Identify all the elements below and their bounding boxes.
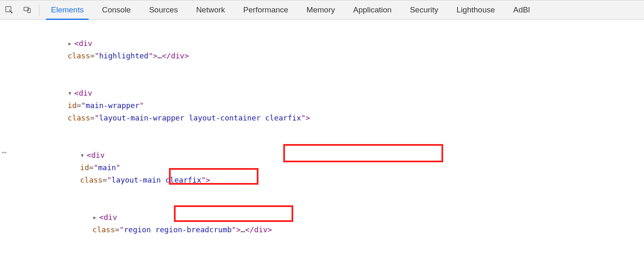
inspect-icon[interactable] [0,0,18,19]
dom-node[interactable]: ▾<div id="main" class="layout-main clear… [0,137,644,199]
tab-lighthouse[interactable]: Lighthouse [447,0,504,19]
tab-sources[interactable]: Sources [140,0,187,19]
tab-application[interactable]: Application [344,0,401,19]
devtools-toolbar: Elements Console Sources Network Perform… [0,0,644,20]
dom-node[interactable]: ▾<main id="content" class="column main-c… [0,248,644,260]
tab-adblock[interactable]: AdBl [504,0,539,19]
dom-tree[interactable]: … ▸<div class="highlighted">…</div> ▾<di… [0,20,644,260]
device-toolbar-icon[interactable] [18,0,36,19]
toolbar-divider [39,4,39,16]
dom-node[interactable]: ▸<div class="region region-breadcrumb">…… [0,199,644,248]
dom-node[interactable]: ▾<div id="main-wrapper" class="layout-ma… [0,75,644,137]
dom-node[interactable]: ▸<div class="highlighted">…</div> [0,25,644,75]
expand-arrow-icon[interactable]: ▾ [68,87,74,99]
tab-security[interactable]: Security [401,0,448,19]
overflow-gutter-icon[interactable]: … [2,144,6,156]
tab-network[interactable]: Network [187,0,234,19]
expand-arrow-icon[interactable]: ▸ [68,37,74,50]
tab-performance[interactable]: Performance [234,0,297,19]
tab-elements[interactable]: Elements [42,0,93,19]
expand-arrow-icon[interactable]: ▾ [80,149,87,161]
tab-console[interactable]: Console [93,0,140,19]
expand-arrow-icon[interactable]: ▸ [92,211,99,224]
tab-memory[interactable]: Memory [297,0,344,19]
